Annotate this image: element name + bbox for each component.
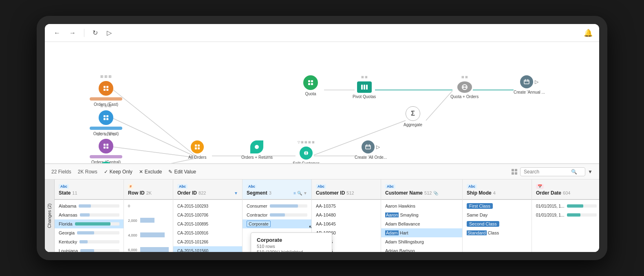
node-all-orders[interactable]: All Orders — [188, 140, 206, 160]
svg-rect-17 — [106, 115, 108, 117]
orders-east-icon — [99, 81, 113, 96]
column-order-id: Abc Order ID 822 ▼ CA-2015-100293 — [173, 180, 243, 252]
node-orders-returns[interactable]: Orders + Returns — [241, 140, 273, 160]
play-button[interactable]: ▷ — [104, 27, 114, 38]
svg-rect-38 — [311, 83, 313, 85]
column-state-count: 11 — [72, 191, 77, 195]
svg-rect-49 — [515, 169, 517, 171]
list-item: CA-2015-100895 — [173, 219, 242, 228]
svg-rect-37 — [308, 83, 310, 85]
node-create-annual[interactable]: ▷ Create 'Annual ... — [514, 75, 545, 94]
create-annual-icon — [520, 75, 533, 88]
node-orders-south[interactable]: ⊞📎 ⊕ Orders (South) — [90, 162, 122, 164]
node-orders-central[interactable]: ⊞▷⊞⊞⊞ Orders (Central) — [90, 132, 122, 164]
column-shipmode-body: First Class Same Day Second Class Standa… — [463, 200, 532, 252]
column-custid-title: Customer ID — [316, 190, 345, 196]
x-icon: ✕ — [139, 169, 143, 175]
list-item: Louisiana — [55, 246, 124, 252]
node-create-all-orde[interactable]: ▷ Create 'All Orde... — [355, 140, 387, 160]
column-state-body: Alabama Arkansas Florida Georgia — [55, 200, 124, 252]
column-shipmode-title: Ship Mode — [467, 190, 492, 196]
device-frame: ← → ↻ ▷ 🔔 — [37, 16, 607, 260]
search-col-icon[interactable]: 🔍 — [297, 191, 302, 195]
dropdown-icon[interactable]: ▼ — [303, 191, 307, 195]
svg-rect-12 — [104, 86, 106, 88]
forward-button[interactable]: → — [67, 28, 78, 38]
quota-orders-icon — [457, 81, 472, 93]
node-orders-west[interactable]: ⊞⊞⊞ Orders (West) — [90, 104, 122, 136]
screen: ← → ↻ ▷ 🔔 — [45, 24, 599, 252]
svg-rect-30 — [195, 147, 197, 149]
list-item: Adam Bellavance — [381, 219, 462, 228]
svg-text:6,000: 6,000 — [128, 248, 137, 252]
column-state: Abc State 11 Alabama Arkansas — [55, 180, 124, 252]
refresh-button[interactable]: ↻ — [90, 27, 100, 38]
column-segment-header: Abc Segment 3 ≡ 🔍 ▼ — [243, 180, 311, 200]
column-orderid-title: Order ID — [177, 190, 197, 196]
svg-text:2,000: 2,000 — [128, 219, 137, 223]
list-item: Kentucky — [55, 237, 124, 246]
filter-icon[interactable]: ≡ — [293, 191, 296, 195]
side-panel[interactable]: Changes (2) — [45, 180, 55, 252]
list-item: AA-10480 — [312, 210, 381, 219]
keep-only-action[interactable]: ✓ Keep Only — [104, 169, 132, 175]
column-segment: Abc Segment 3 ≡ 🔍 ▼ — [243, 180, 312, 252]
column-custid-count: 512 — [346, 191, 354, 195]
column-customer-name: Abc Customer Name 512 📎 Aaron Hawkins Aa… — [381, 180, 463, 252]
type-badge-custname: Abc — [385, 184, 395, 189]
expand-button[interactable]: ▼ — [588, 169, 593, 175]
list-item: Adrian Bartson — [381, 246, 462, 252]
back-button[interactable]: ← — [51, 28, 63, 38]
split-customer-icon — [300, 147, 313, 160]
create-all-orde-icon — [362, 140, 375, 153]
node-pivot-quotas[interactable]: ⊞⊞ Pivot Quotas — [353, 75, 376, 99]
edit-value-action[interactable]: ✎ Edit Value — [168, 169, 196, 175]
column-customer-name-header: Abc Customer Name 512 📎 — [381, 180, 462, 200]
svg-text:0: 0 — [128, 204, 130, 208]
column-custname-title: Customer Name — [385, 190, 423, 196]
node-aggregate[interactable]: Σ Aggregate — [404, 106, 422, 127]
type-badge-orderdate: 📅 — [536, 184, 544, 189]
filter-icon: ▼ — [234, 191, 238, 195]
all-orders-label: All Orders — [188, 155, 206, 160]
exclude-action[interactable]: ✕ Exclude — [139, 169, 162, 175]
orders-central-icon — [99, 139, 113, 153]
quota-orders-label: Quota + Orders — [450, 94, 479, 99]
orders-returns-icon — [250, 140, 263, 153]
svg-line-1 — [113, 118, 196, 157]
svg-rect-46 — [524, 80, 529, 84]
svg-rect-35 — [308, 80, 310, 82]
column-rowid-body: 0 2,000 4,000 6,000 — [124, 200, 173, 252]
node-orders-east[interactable]: ⊞⊞⊞ Orders (East) — [90, 74, 122, 107]
node-quota[interactable]: Quota — [303, 75, 318, 96]
all-orders-icon — [191, 140, 204, 153]
type-badge-state: Abc — [59, 184, 69, 189]
aggregate-label: Aggregate — [404, 123, 422, 127]
list-item: AA-10645 — [312, 219, 381, 228]
list-item: CA-2015-101266 — [173, 237, 242, 246]
svg-point-45 — [465, 86, 467, 88]
node-split-customer[interactable]: ▽⊞⊞⊞⊞ Split Customer — [293, 140, 320, 164]
rows-count: 2K Rows — [78, 169, 97, 175]
split-customer-label: Split Customer — [293, 161, 320, 164]
search-input[interactable] — [524, 169, 569, 175]
node-quota-orders[interactable]: ⊞⊞ Quota + Orders — [450, 75, 479, 99]
svg-line-3 — [113, 158, 196, 163]
list-item: Arkansas — [55, 210, 124, 219]
quota-icon — [303, 75, 318, 90]
list-item: Same Day — [463, 210, 532, 219]
svg-rect-36 — [311, 80, 313, 82]
svg-text:4,000: 4,000 — [128, 233, 137, 237]
data-toolbar: 22 Fields 2K Rows ✓ Keep Only ✕ Exclude … — [45, 164, 599, 180]
orders-returns-label: Orders + Returns — [241, 155, 273, 160]
cursor-icon: ↖ — [309, 224, 311, 230]
type-badge-custid: Abc — [316, 184, 326, 189]
svg-rect-41 — [366, 85, 368, 90]
popup-rows: 510 rows — [257, 244, 326, 249]
list-item: CA-2015-100293 — [173, 202, 242, 210]
edit-icon: ✎ — [168, 169, 172, 175]
list-item: AA-10375 — [312, 202, 381, 210]
quota-label: Quota — [305, 92, 316, 96]
orders-west-icon — [99, 110, 113, 125]
type-badge-shipmode: Abc — [467, 184, 477, 189]
